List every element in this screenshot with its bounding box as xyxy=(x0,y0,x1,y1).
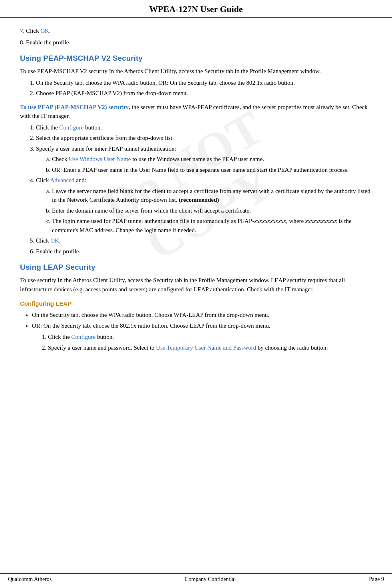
leap-bullet-1: On the Security tab, choose the WPA radi… xyxy=(32,310,372,320)
peap-sub-steps-list: Click the Configure button. Select the a… xyxy=(36,123,372,256)
temp-user-pass-link: Use Temporary User Name and Password xyxy=(156,344,256,351)
step-8: 8. Enable the profile. xyxy=(20,38,372,47)
peap-sub-step-4a: Leave the server name field blank for th… xyxy=(52,187,372,205)
mac-placeholder-1: xxxxxxxxxxxx xyxy=(254,218,286,224)
leap-heading: Using LEAP Security xyxy=(20,263,372,272)
peap-sub-step-4: Click Advanced and: Leave the server nam… xyxy=(36,176,372,235)
main-content: Do NOTCOPY 7. Click OK. 8. Enable the pr… xyxy=(0,18,392,374)
peap-sub-step-4b: Enter the domain name of the server from… xyxy=(52,206,372,215)
leap-intro: To use security In the Atheros Client Ut… xyxy=(20,276,372,294)
page-header: WPEA-127N User Guide xyxy=(0,0,392,18)
peap-sub-step-3-alpha: Check Use Windows User Name to use the W… xyxy=(52,155,372,174)
leap-sub-step-2: Specify a user name and password. Select… xyxy=(48,343,372,352)
leap-sub-step-1: Click the Configure button. xyxy=(48,332,372,342)
advanced-link: Advanced xyxy=(50,177,74,183)
footer-right: Page 9 xyxy=(369,576,384,583)
peap-sub-step-6: Enable the profile. xyxy=(36,247,372,256)
peap-sub-step-5: Click OK. xyxy=(36,236,372,245)
leap-sub-steps-list: Click the Configure button. Specify a us… xyxy=(48,332,372,352)
peap-sub-step-3: Specify a user name for inner PEAP tunne… xyxy=(36,144,372,175)
page-title: WPEA-127N User Guide xyxy=(0,4,392,14)
footer-left: Qualcomm Atheros xyxy=(8,576,52,583)
peap-step-1: On the Security tab, choose the WPA radi… xyxy=(36,78,372,88)
peap-bold-intro: To use PEAP (EAP-MSCHAP V2) security, th… xyxy=(20,103,372,121)
ok-link-1: OK xyxy=(40,28,49,34)
step-7: 7. Click OK. xyxy=(20,26,372,36)
leap-bullet-2: OR: On the Security tab, choose the 802.… xyxy=(32,321,372,352)
peap-heading: Using PEAP-MSCHAP V2 Security xyxy=(20,54,372,63)
footer-center: Company Confidential xyxy=(185,576,236,583)
peap-sub-step-3a: Check Use Windows User Name to use the W… xyxy=(52,155,372,164)
peap-sub-step-4-alpha: Leave the server name field blank for th… xyxy=(52,187,372,235)
peap-section: Using PEAP-MSCHAP V2 Security To use PEA… xyxy=(20,54,372,256)
page-footer: Qualcomm Atheros Company Confidential Pa… xyxy=(0,573,392,585)
peap-sub-step-3b: OR: Enter a PEAP user name in the User N… xyxy=(52,165,372,175)
recommended-text: (recommended) xyxy=(179,197,219,203)
ok-link-2: OK xyxy=(50,237,59,244)
peap-sub-step-2: Select the appropriate certificate from … xyxy=(36,133,372,143)
configure-link-2: Configure xyxy=(71,334,96,340)
peap-intro: To use PEAP-MSCHAP V2 security In the At… xyxy=(20,67,372,76)
peap-bold-label: To use PEAP (EAP-MSCHAP V2) security xyxy=(20,104,129,110)
leap-bullets-list: On the Security tab, choose the WPA radi… xyxy=(32,310,372,352)
peap-sub-step-1: Click the Configure button. xyxy=(36,123,372,132)
peap-step-2: Choose PEAP (EAP-MSCHAP V2) from the dro… xyxy=(36,89,372,98)
leap-section: Using LEAP Security To use security In t… xyxy=(20,263,372,352)
configuring-leap-heading: Configuring LEAP xyxy=(20,299,372,308)
peap-sub-step-4c: The login name used for PEAP tunnel auth… xyxy=(52,217,372,235)
use-windows-user-name-link: Use Windows User Name xyxy=(69,156,131,162)
configure-link-1: Configure xyxy=(59,124,84,131)
content-inner: 7. Click OK. 8. Enable the profile. Usin… xyxy=(20,26,372,352)
peap-steps-list: On the Security tab, choose the WPA radi… xyxy=(36,78,372,98)
mac-placeholder-2: xxxxxxxxxxxx xyxy=(305,218,337,224)
